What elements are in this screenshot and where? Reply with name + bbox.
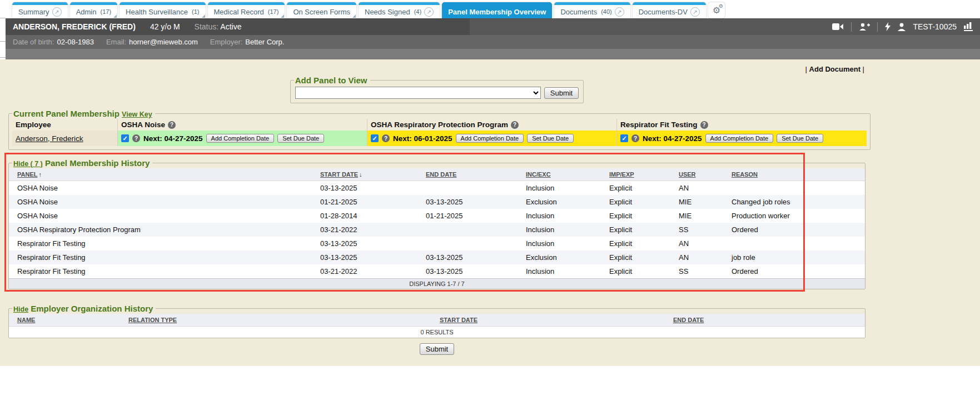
history-header-row: PANEL↑ START DATE↓ END DATE INC/EXC IMP/… (9, 168, 865, 181)
cell-imp: Explicit (601, 209, 670, 223)
popout-icon[interactable]: ↗ (615, 7, 624, 17)
help-icon[interactable]: ? (700, 121, 708, 129)
cell-inc: Exclusion (518, 250, 601, 264)
set-due-date-button[interactable]: Set Due Date (777, 134, 823, 143)
column-osha-noise: OSHA Noise ? (118, 119, 367, 131)
table-row: Respirator Fit Testing 03-13-2025 Inclus… (9, 237, 865, 250)
cell-reason: Ordered (723, 223, 865, 237)
cell-start: 03-21-2022 (312, 264, 417, 278)
divider (851, 22, 852, 32)
tab-on-screen-forms[interactable]: On Screen Forms (287, 2, 356, 18)
table-row: OSHA Noise 03-13-2025 Inclusion Explicit… (9, 181, 865, 195)
sort-asc-icon[interactable]: ↑ (38, 171, 42, 178)
help-icon[interactable]: ? (631, 134, 639, 142)
history-heading: Panel Membership History (45, 158, 150, 168)
patient-dob: Date of birth: 02-08-1983 (13, 38, 94, 46)
cell-end: 01-21-2025 (417, 209, 518, 223)
tab-count: (40) (601, 8, 612, 15)
lightning-icon[interactable] (885, 22, 891, 31)
cell-imp: Explicit (601, 250, 670, 264)
cell-user: AN (670, 250, 723, 264)
add-panel-select[interactable] (295, 87, 541, 99)
cell-reason: job role (723, 250, 865, 264)
tab-label: Documents-DV (639, 8, 688, 16)
employer-header-row: NAME RELATION TYPE START DATE END DATE (9, 314, 865, 327)
add-panel-submit-button[interactable]: Submit (544, 87, 579, 99)
tab-needs-signed[interactable]: Needs Signed (4) ↗ (359, 2, 440, 18)
current-membership-legend: Current Panel Membership View Key (12, 109, 155, 118)
column-start-date: START DATE↓ (312, 168, 417, 181)
add-completion-date-button[interactable]: Add Completion Date (705, 134, 774, 143)
cell-end (417, 181, 518, 195)
bar-chart-icon[interactable] (964, 22, 973, 31)
checkbox-checked[interactable]: ✓ (121, 134, 129, 142)
gutter-tick (0, 18, 6, 18)
tab-label: Documents (560, 8, 597, 16)
cell-panel: Respirator Fit Testing (9, 237, 312, 250)
tab-label: Admin (76, 8, 97, 16)
current-membership-fieldset: Current Panel Membership View Key Employ… (8, 109, 870, 150)
email-value: horner@mieweb.com (129, 38, 198, 46)
employer-hide-link[interactable]: Hide (13, 305, 28, 313)
employer-section-wrapper: Hide Employer Organization History NAME … (8, 304, 865, 355)
tab-admin[interactable]: Admin (17) (70, 2, 117, 18)
help-icon[interactable]: ? (132, 134, 140, 142)
popout-icon[interactable]: ↗ (424, 7, 434, 17)
popout-icon[interactable]: ↗ (52, 7, 62, 17)
help-icon[interactable]: ? (382, 134, 390, 142)
add-completion-date-button[interactable]: Add Completion Date (206, 134, 275, 143)
tab-panel-membership-overview[interactable]: Panel Membership Overview (442, 2, 552, 18)
tab-documents-dv[interactable]: Documents-DV ↗ (633, 2, 706, 18)
set-due-date-button[interactable]: Set Due Date (277, 134, 324, 143)
tab-health-surveillance[interactable]: Health Surveillance (1) (120, 2, 205, 18)
cell-user: AN (670, 181, 723, 195)
table-row: Respirator Fit Testing 03-21-2022 03-13-… (9, 264, 865, 278)
add-person-icon[interactable] (859, 23, 870, 31)
history-hide-link[interactable]: Hide ( 7 ) (13, 160, 43, 168)
patient-bar-spacer (6, 49, 980, 59)
column-employee: Employee (12, 119, 118, 131)
view-key-link[interactable]: View Key (122, 111, 152, 118)
cell-imp: Explicit (601, 223, 670, 237)
gutter-tick (0, 41, 6, 42)
sort-desc-icon[interactable]: ↓ (359, 171, 362, 178)
panel-cell-respirator-fit: ✓ ? Next: 04-27-2025 Add Completion Date… (617, 131, 867, 146)
set-due-date-button[interactable]: Set Due Date (527, 134, 574, 143)
cell-imp: Explicit (601, 264, 670, 278)
add-completion-date-button[interactable]: Add Completion Date (456, 134, 524, 143)
popout-icon[interactable]: ↗ (690, 7, 700, 17)
cell-panel: OSHA Respiratory Protection Program (9, 223, 312, 237)
history-rows: OSHA Noise 03-13-2025 Inclusion Explicit… (9, 181, 865, 278)
tab-settings-button[interactable]: ⚙ ⚙ (708, 2, 725, 18)
column-end-date: END DATE (665, 314, 865, 326)
cell-reason (723, 181, 865, 195)
tab-label: Medical Record (214, 8, 264, 16)
checkbox-checked[interactable]: ✓ (371, 134, 379, 142)
column-inc-exc: INC/EXC (518, 168, 601, 181)
tab-label: On Screen Forms (293, 8, 350, 16)
cell-start: 01-28-2014 (312, 209, 417, 223)
employer-table: NAME RELATION TYPE START DATE END DATE 0… (9, 314, 865, 338)
employee-link[interactable]: Anderson, Frederick (16, 134, 83, 143)
main-content: | Add Document | Add Panel to View Submi… (0, 59, 980, 366)
help-icon[interactable]: ? (511, 121, 519, 129)
tab-medical-record[interactable]: Medical Record (17) (208, 2, 285, 18)
cell-end: 03-13-2025 (417, 250, 518, 264)
table-row: OSHA Respiratory Protection Program 03-2… (9, 223, 865, 237)
employer-legend: Hide Employer Organization History (12, 304, 156, 313)
employer-submit-button[interactable]: Submit (420, 343, 454, 355)
patient-name: ANDERSON, FREDERICK (FRED) (13, 22, 136, 31)
next-due-date: Next: 04-27-2025 (643, 134, 702, 143)
video-camera-icon[interactable] (832, 23, 844, 31)
checkbox-checked[interactable]: ✓ (620, 134, 628, 142)
tab-summary[interactable]: Summary ↗ (12, 2, 68, 18)
column-osha-respiratory: OSHA Respiratory Protection Program ? (367, 119, 617, 131)
column-start-date: START DATE (431, 314, 665, 326)
tab-label: Needs Signed (365, 8, 410, 16)
cell-inc: Inclusion (518, 237, 601, 250)
table-row: Respirator Fit Testing 03-13-2025 03-13-… (9, 250, 865, 264)
tab-documents[interactable]: Documents (40) ↗ (554, 2, 630, 18)
help-icon[interactable]: ? (168, 121, 176, 129)
add-document-link[interactable]: Add Document (809, 65, 860, 73)
cell-user: AN (670, 237, 723, 250)
